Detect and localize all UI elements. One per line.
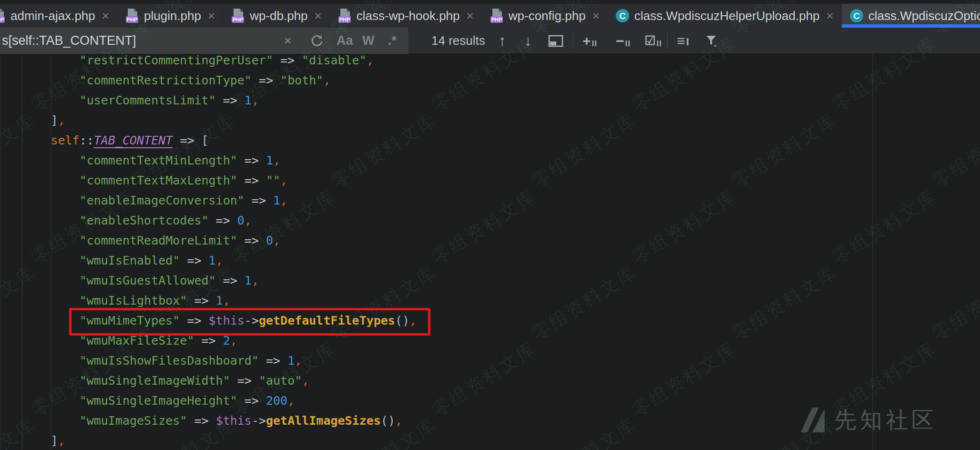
code-token (0, 254, 80, 267)
code-editor[interactable]: "restrictCommentingPerUser" => "disable"… (0, 54, 980, 450)
code-line[interactable]: "userCommentsLimit" => 1, (0, 91, 417, 111)
code-token: "commentRestrictionType" (80, 73, 252, 87)
code-line[interactable]: "wmuImageSizes" => $this->getAllImageSiz… (0, 411, 417, 431)
code-token (0, 394, 80, 408)
code-token: getAllImageSizes (266, 414, 381, 428)
tab-admin-ajax.php[interactable]: PHPadmin-ajax.php× (0, 4, 117, 28)
code-token: [ (202, 133, 209, 147)
code-line[interactable]: "commentRestrictionType" => "both", (0, 71, 417, 91)
regex-toggle[interactable]: .* (388, 28, 397, 54)
svg-text:C: C (619, 11, 626, 21)
code-token (0, 434, 51, 448)
code-line[interactable]: "enableImageConversion" => 1, (0, 191, 417, 211)
pair-glyph: II (656, 39, 662, 49)
tab-plugin.php[interactable]: PHPplugin.php× (117, 4, 223, 28)
code-token: ] (51, 434, 58, 448)
code-line[interactable]: "commentTextMaxLength" => "", (0, 171, 417, 191)
code-token (0, 294, 80, 307)
code-token (0, 414, 80, 428)
open-in-find-window-icon[interactable] (548, 28, 563, 54)
close-tab-icon[interactable]: × (315, 10, 322, 22)
search-options-icon[interactable]: ≡I (677, 28, 690, 54)
tab-label: admin-ajax.php (10, 9, 95, 23)
whole-words-toggle[interactable]: W (362, 28, 374, 54)
code-token: "wmuIs (80, 294, 122, 307)
code-token: => (237, 394, 266, 408)
code-token: => (259, 354, 287, 368)
match-case-toggle[interactable]: Aa (337, 28, 353, 54)
tab-label: plugin.php (144, 9, 201, 23)
code-token: "wmuImageSizes" (80, 414, 187, 428)
code-token: 0 (266, 234, 273, 247)
tab-class-wp-hook.php[interactable]: PHPclass-wp-hook.php× (330, 4, 482, 28)
tab-label: class.WpdiscuzHelperUpload.php (634, 9, 820, 23)
search-query-text[interactable]: s[self::TAB_CONTENT] (2, 28, 136, 54)
search-history-icon[interactable] (310, 28, 324, 54)
code-token: , (273, 234, 280, 247)
svg-text:PHP: PHP (127, 17, 138, 22)
tab-label: class-wp-hook.php (357, 9, 460, 23)
code-line[interactable]: "wmuIsGuestAllowed" => 1, (0, 271, 417, 291)
code-line[interactable]: "commentReadMoreLimit" => 0, (0, 231, 417, 251)
svg-text:PHP: PHP (491, 17, 502, 22)
close-tab-icon[interactable]: × (467, 10, 474, 22)
select-all-occurrences-icon[interactable]: ☑II (644, 28, 662, 54)
xianzhi-brand-text: 先知社区 (834, 405, 937, 435)
close-tab-icon[interactable]: × (102, 10, 109, 22)
code-token: , (280, 174, 287, 187)
remove-occurrence-icon[interactable]: −II (616, 28, 631, 54)
tabs-row: PHPadmin-ajax.php× PHPplugin.php× PHPwp-… (0, 4, 980, 28)
code-token: 1 (273, 194, 280, 207)
close-tab-icon[interactable]: × (208, 10, 215, 22)
code-token: "wmuSingleImageHeight" (80, 394, 237, 408)
next-occurrence-icon[interactable]: ↓ (524, 28, 532, 54)
code-token: => (209, 214, 237, 227)
php-file-icon: PHP (0, 8, 6, 23)
close-tab-icon[interactable]: × (592, 10, 600, 22)
toolbar-divider (573, 33, 573, 48)
code-token (0, 153, 80, 167)
filter-icon[interactable] (704, 28, 719, 54)
tab-class.WpdiscuzHelperUpload.php[interactable]: Cclass.WpdiscuzHelperUpload.php× (608, 4, 842, 28)
code-token (0, 194, 80, 207)
code-token: => (180, 254, 208, 267)
code-token: , (323, 73, 330, 87)
code-line[interactable]: "wmuIsEnabled" => 1, (0, 251, 417, 271)
tab-class.WpdiscuzOptions.php[interactable]: Cclass.WpdiscuzOptions.php× (842, 4, 980, 28)
cursor-glyph: I (686, 36, 690, 48)
code-line[interactable]: "wmuSingleImageHeight" => 200, (0, 391, 417, 411)
code-line[interactable]: "commentTextMinLength" => 1, (0, 151, 417, 171)
prev-occurrence-icon[interactable]: ↑ (499, 28, 506, 54)
code-token: 1 (245, 93, 252, 107)
code-token: 1 (287, 354, 295, 368)
code-line[interactable]: self::TAB_CONTENT => [ (0, 131, 417, 151)
code-line[interactable]: "enableShortcodes" => 0, (0, 211, 417, 231)
clear-search-icon[interactable]: × (284, 28, 291, 54)
code-token: " (180, 294, 187, 307)
code-token: , (395, 414, 402, 428)
add-occurrence-icon[interactable]: +II (582, 28, 597, 54)
svg-text:PHP: PHP (233, 17, 244, 22)
code-token: => (237, 174, 266, 187)
code-token: "both" (280, 73, 323, 87)
code-token: => (252, 73, 280, 87)
tab-wp-db.php[interactable]: PHPwp-db.php× (223, 4, 330, 28)
php-file-icon: PHP (231, 8, 245, 23)
code-line[interactable]: "wmuSingleImageWidth" => "auto", (0, 371, 417, 391)
code-token: , (367, 54, 374, 67)
code-token: , (223, 294, 230, 307)
code-token: 1 (266, 153, 273, 167)
code-token: self (51, 133, 79, 147)
xianzhi-logo-icon (799, 406, 827, 435)
code-line[interactable]: "restrictCommentingPerUser" => "disable"… (0, 54, 417, 71)
code-line[interactable]: ], (0, 431, 417, 450)
code-line[interactable]: "wmuIsShowFilesDashboard" => 1, (0, 351, 417, 371)
tab-wp-config.php[interactable]: PHPwp-config.php× (482, 4, 608, 28)
pair-glyph: II (625, 39, 631, 49)
code-line[interactable]: ], (0, 111, 417, 131)
search-input[interactable]: s[self::TAB_CONTENT] × Aa W .* (0, 28, 409, 54)
annotation-red-box (69, 308, 430, 336)
right-margin-guide (872, 54, 873, 450)
close-tab-icon[interactable]: × (827, 10, 834, 22)
code-token (0, 73, 80, 87)
